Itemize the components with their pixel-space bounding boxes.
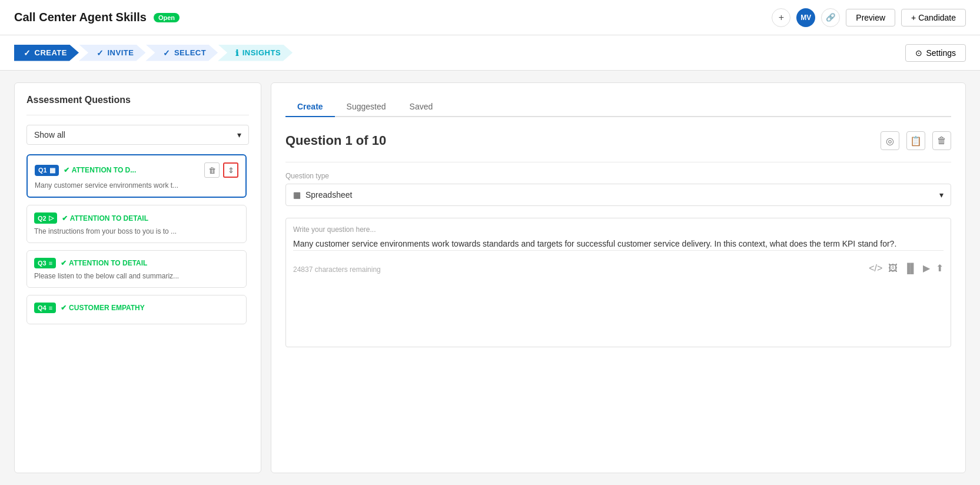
step-select-label: SELECT bbox=[174, 48, 206, 57]
question-icons: ◎ 📋 🗑 bbox=[881, 131, 951, 150]
settings-button[interactable]: ⊙ Settings bbox=[905, 44, 966, 62]
q3-header: Q3 ≡ ✔ ATTENTION TO DETAIL bbox=[34, 258, 239, 268]
char-count: 24837 characters remaining bbox=[293, 265, 381, 274]
question-text[interactable]: Many customer service environments work … bbox=[293, 237, 944, 250]
page-title: Call Center Agent Skills bbox=[14, 11, 147, 24]
q1-status: ✔ ATTENTION TO D... bbox=[64, 166, 137, 174]
q4-label: Q4 bbox=[38, 304, 46, 311]
question-type-select[interactable]: ▦ Spreadsheet ▾ bbox=[285, 184, 951, 206]
preview-button[interactable]: Preview bbox=[846, 9, 895, 26]
q4-header: Q4 ≡ ✔ CUSTOMER EMPATHY bbox=[34, 303, 239, 313]
create-check-icon: ✓ bbox=[24, 48, 31, 58]
tabs: Create Suggested Saved bbox=[285, 97, 951, 117]
select-chevron-icon: ▾ bbox=[939, 190, 944, 200]
main-content: Assessment Questions Show all ▾ Q1 ▦ ✔ A… bbox=[0, 71, 980, 485]
tab-saved[interactable]: Saved bbox=[398, 97, 445, 117]
question-textarea-container: Write your question here... Many custome… bbox=[285, 218, 951, 347]
avatar[interactable]: MV bbox=[796, 8, 815, 27]
q2-number: Q2 ▷ bbox=[34, 212, 57, 224]
select-check-icon: ✓ bbox=[163, 48, 171, 58]
chevron-down-icon: ▾ bbox=[237, 130, 241, 139]
radio-icon-button[interactable]: ◎ bbox=[881, 131, 899, 150]
invite-check-icon: ✓ bbox=[97, 48, 104, 58]
insights-info-icon: ℹ bbox=[235, 48, 239, 58]
q2-header: Q2 ▷ ✔ ATTENTION TO DETAIL bbox=[34, 212, 239, 224]
q3-label: Q3 bbox=[38, 260, 46, 267]
q3-number: Q3 ≡ bbox=[34, 258, 56, 268]
textarea-actions: </> 🖼 ▐▌ ▶ ⬆ bbox=[869, 263, 944, 274]
audio-icon-button[interactable]: ▐▌ bbox=[903, 263, 917, 274]
q2-text: The instructions from your boss to you i… bbox=[34, 227, 239, 235]
q2-type-icon: ▷ bbox=[49, 214, 54, 222]
step-insights-label: INSIGHTS bbox=[242, 48, 281, 57]
question-title: Question 1 of 10 bbox=[285, 133, 386, 148]
question-card-2[interactable]: Q2 ▷ ✔ ATTENTION TO DETAIL The instructi… bbox=[26, 205, 247, 243]
q1-delete-button[interactable]: 🗑 bbox=[204, 162, 220, 178]
step-invite-label: INVITE bbox=[107, 48, 134, 57]
question-card-1[interactable]: Q1 ▦ ✔ ATTENTION TO D... 🗑 ⇕ Many custom… bbox=[26, 154, 247, 198]
q1-status-label: ATTENTION TO D... bbox=[72, 166, 137, 174]
question-type-value: Spreadsheet bbox=[305, 190, 939, 200]
step-select[interactable]: ✓ SELECT bbox=[145, 45, 218, 61]
upload-icon-button[interactable]: ⬆ bbox=[936, 263, 944, 274]
header-left: Call Center Agent Skills Open bbox=[14, 11, 180, 24]
q4-status-label: CUSTOMER EMPATHY bbox=[69, 304, 145, 312]
question-write-label: Write your question here... bbox=[293, 225, 944, 234]
q1-drag-handle[interactable]: ⇕ bbox=[223, 162, 238, 178]
panel-title: Assessment Questions bbox=[26, 95, 249, 105]
settings-label: Settings bbox=[926, 48, 956, 58]
question-header: Question 1 of 10 ◎ 📋 🗑 bbox=[285, 131, 951, 150]
tab-create[interactable]: Create bbox=[285, 97, 335, 117]
q1-type-icon: ▦ bbox=[49, 167, 55, 174]
q1-header: Q1 ▦ ✔ ATTENTION TO D... 🗑 ⇕ bbox=[35, 162, 238, 178]
q3-type-icon: ≡ bbox=[49, 260, 52, 267]
q1-text: Many customer service environments work … bbox=[35, 181, 238, 190]
code-icon-button[interactable]: </> bbox=[869, 263, 882, 274]
q1-check-icon: ✔ bbox=[64, 166, 69, 174]
q2-status: ✔ ATTENTION TO DETAIL bbox=[62, 214, 148, 222]
question-type-label: Question type bbox=[285, 172, 951, 180]
step-create-label: CREATE bbox=[35, 48, 67, 57]
q1-actions: 🗑 ⇕ bbox=[204, 162, 238, 178]
q1-label: Q1 bbox=[38, 167, 47, 174]
q4-check-icon: ✔ bbox=[61, 304, 67, 312]
question-type-section: Question type ▦ Spreadsheet ▾ bbox=[285, 172, 951, 206]
app-header: Call Center Agent Skills Open + MV 🔗 Pre… bbox=[0, 0, 980, 35]
question-card-3[interactable]: Q3 ≡ ✔ ATTENTION TO DETAIL Please listen… bbox=[26, 250, 247, 288]
spreadsheet-icon: ▦ bbox=[293, 190, 301, 200]
q3-status: ✔ ATTENTION TO DETAIL bbox=[61, 259, 147, 267]
step-create[interactable]: ✓ CREATE bbox=[14, 45, 79, 61]
q2-status-label: ATTENTION TO DETAIL bbox=[70, 214, 148, 222]
candidate-button[interactable]: + Candidate bbox=[901, 9, 966, 26]
filter-label: Show all bbox=[34, 130, 65, 139]
q3-status-label: ATTENTION TO DETAIL bbox=[69, 259, 147, 267]
q4-number: Q4 ≡ bbox=[34, 303, 56, 313]
question-list: Q1 ▦ ✔ ATTENTION TO D... 🗑 ⇕ Many custom… bbox=[26, 154, 249, 331]
status-badge: Open bbox=[154, 13, 180, 22]
link-icon-button[interactable]: 🔗 bbox=[821, 8, 840, 27]
q4-status: ✔ CUSTOMER EMPATHY bbox=[61, 304, 145, 312]
q1-number: Q1 ▦ bbox=[35, 165, 59, 176]
step-insights[interactable]: ℹ INSIGHTS bbox=[218, 45, 293, 61]
image-icon-button[interactable]: 🖼 bbox=[888, 263, 898, 274]
tab-suggested[interactable]: Suggested bbox=[335, 97, 398, 117]
settings-gear-icon: ⊙ bbox=[915, 48, 922, 58]
q2-label: Q2 bbox=[38, 215, 46, 222]
copy-icon-button[interactable]: 📋 bbox=[906, 131, 925, 150]
nav-bar: ✓ CREATE ✓ INVITE ✓ SELECT ℹ INSIGHTS ⊙ … bbox=[0, 35, 980, 71]
question-card-4[interactable]: Q4 ≡ ✔ CUSTOMER EMPATHY bbox=[26, 295, 247, 324]
nav-steps: ✓ CREATE ✓ INVITE ✓ SELECT ℹ INSIGHTS bbox=[14, 45, 293, 61]
step-invite[interactable]: ✓ INVITE bbox=[79, 45, 145, 61]
right-panel: Create Suggested Saved Question 1 of 10 … bbox=[271, 82, 966, 473]
q4-type-icon: ≡ bbox=[49, 304, 52, 311]
q3-text: Please listen to the below call and summ… bbox=[34, 272, 239, 280]
delete-icon-button[interactable]: 🗑 bbox=[932, 131, 951, 150]
add-button[interactable]: + bbox=[772, 8, 790, 27]
q2-check-icon: ✔ bbox=[62, 214, 68, 222]
filter-dropdown[interactable]: Show all ▾ bbox=[26, 125, 249, 145]
left-panel: Assessment Questions Show all ▾ Q1 ▦ ✔ A… bbox=[14, 82, 261, 473]
video-icon-button[interactable]: ▶ bbox=[923, 263, 930, 274]
q3-check-icon: ✔ bbox=[61, 259, 67, 267]
header-right: + MV 🔗 Preview + Candidate bbox=[772, 8, 966, 27]
